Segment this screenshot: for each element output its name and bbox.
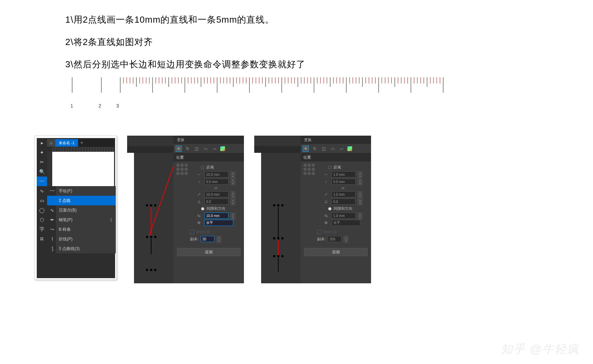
svg-rect-121 (273, 237, 275, 239)
transform-type-tabs: ✥ ↻ ◫ ▭ ▱ (174, 144, 244, 153)
flyout-item-polyline[interactable]: 折线(P) (47, 234, 116, 244)
gap-value-input[interactable]: 1.0 mm (332, 213, 356, 219)
spinner[interactable]: ▲▼ (358, 179, 362, 185)
copies-input[interactable]: 200 (328, 236, 342, 242)
rotate-tab-icon[interactable]: ↻ (184, 146, 191, 152)
flyout-item-three-point-curve[interactable]: 3 点曲线(3) (47, 244, 116, 253)
horizontal-ruler (52, 147, 114, 152)
add-tab-icon[interactable]: + (78, 139, 86, 147)
radio-distance[interactable]: 距离 (201, 165, 241, 170)
ruler-label-1: 1 (70, 103, 73, 109)
radio-gap-direction[interactable]: 间隙和方向 (201, 206, 241, 211)
watermark: 知乎 @牛轻疯 (501, 341, 579, 357)
freehand-tool-icon[interactable]: 〰 (37, 177, 47, 186)
h-distance-icon: ↔ (323, 172, 329, 177)
size-tab-icon[interactable]: ▭ (202, 146, 209, 152)
copies-input[interactable]: 20 (201, 236, 214, 242)
svg-rect-119 (281, 204, 283, 206)
cube-icon[interactable] (347, 146, 352, 151)
h-distance-input[interactable]: 1.0 mm (332, 171, 356, 178)
curve-tool-icon[interactable]: ∿ (37, 186, 47, 196)
v-distance-icon: ↕ (195, 179, 202, 184)
size-tab-icon[interactable]: ▭ (329, 146, 336, 152)
h-distance-icon: ↔ (195, 172, 202, 177)
angle-degree-input[interactable]: 0.0 (204, 198, 228, 205)
angle-deg-icon: ∠ (323, 199, 329, 204)
scale-tab-icon[interactable]: ◫ (321, 146, 327, 152)
relative-position-checkbox[interactable]: ✓相对位置 (190, 230, 241, 235)
apply-button[interactable]: 应用 (304, 248, 368, 256)
svg-rect-111 (146, 269, 148, 271)
svg-rect-108 (150, 236, 152, 238)
instruction-step-1: 1\用2点线画一条10mm的直线和一条5mm的直线。 (65, 14, 593, 26)
spinner[interactable]: ▲▼ (231, 179, 235, 185)
selected-long-line-artwork (136, 204, 163, 273)
spinner[interactable]: ▲▼ (358, 171, 362, 178)
spinner[interactable]: ▲▼ (358, 191, 362, 197)
position-tab-icon[interactable]: ✥ (176, 146, 182, 152)
skew-tab-icon[interactable]: ▱ (211, 146, 217, 152)
spinner[interactable]: ▲▼ (231, 198, 235, 205)
vertical-ruler (47, 152, 52, 186)
ruler-illustration (69, 76, 447, 96)
angle-length-input[interactable]: 10.0 mm (204, 191, 228, 197)
position-section-header: 位置 (301, 153, 371, 161)
ruler-label-3: 3 (116, 103, 119, 109)
v-distance-input[interactable]: 0.0 mm (332, 179, 356, 185)
spinner[interactable]: ▲▼ (344, 236, 348, 242)
canvas-area[interactable] (52, 152, 114, 186)
pick-tool-icon[interactable]: ▸ (37, 138, 47, 148)
home-tab-icon[interactable]: ⌂ (47, 139, 55, 147)
selected-short-line-artwork (263, 204, 290, 273)
transform-panel-long-line: 变换 ✥ ↻ ◫ ▭ ▱ 位置 距离 ↔10.0 mm▲▼ ↕0.0 mm▲▼ … (127, 136, 244, 283)
copies-label: 副本: (190, 237, 199, 242)
crop-tool-icon[interactable]: ✂ (37, 157, 47, 167)
spinner[interactable]: ▲▼ (216, 236, 221, 242)
ruler-strip (127, 146, 174, 153)
or-divider: or (191, 186, 241, 190)
spinner[interactable]: ▲▼ (231, 213, 235, 219)
ruler-label-2: 2 (99, 103, 101, 109)
relative-position-checkbox[interactable]: ✓相对位置 (317, 230, 368, 235)
v-distance-input[interactable]: 0.0 mm (204, 179, 228, 185)
direction-select[interactable]: 水平 (204, 220, 233, 226)
instructions-block: 1\用2点线画一条10mm的直线和一条5mm的直线。 2\将2条直线如图对齐 3… (0, 0, 593, 70)
scale-tab-icon[interactable]: ◫ (193, 146, 200, 152)
cube-icon[interactable] (220, 146, 225, 151)
h-distance-input[interactable]: 10.0 mm (204, 171, 228, 178)
position-tab-icon[interactable]: ✥ (303, 146, 309, 152)
flyout-item-freehand[interactable]: 手绘(F) (47, 186, 116, 196)
flyout-item-pen[interactable]: 钢笔(P)1 (47, 215, 116, 225)
flyout-item-bspline[interactable]: B 样条 (47, 225, 116, 234)
angle-length-input[interactable]: 1.0 mm (332, 191, 356, 197)
document-tab-bar: ⌂ 未命名 -1 + (47, 139, 114, 147)
flyout-item-bezier[interactable]: 贝塞尔(B) (47, 205, 116, 215)
svg-rect-127 (281, 255, 283, 257)
anchor-grid[interactable] (303, 163, 315, 227)
polygon-tool-icon[interactable]: ⬡ (37, 215, 47, 225)
spinner[interactable]: ▲▼ (231, 191, 235, 197)
spinner[interactable]: ▲▼ (358, 213, 362, 219)
skew-tab-icon[interactable]: ▱ (338, 146, 345, 152)
text-tool-icon[interactable]: 字 (37, 225, 47, 234)
copies-label: 副本: (317, 237, 326, 242)
rectangle-tool-icon[interactable]: ▭ (37, 196, 47, 205)
direction-select[interactable]: 水平 (332, 220, 360, 226)
document-tab[interactable]: 未命名 -1 (55, 139, 78, 147)
zoom-tool-icon[interactable]: 🔍 (37, 167, 47, 177)
svg-rect-112 (150, 269, 152, 271)
ellipse-tool-icon[interactable]: ◯ (37, 205, 47, 215)
angle-degree-input[interactable]: 0.0 (332, 198, 356, 205)
spinner[interactable]: ▲▼ (231, 171, 235, 178)
anchor-grid[interactable] (176, 163, 188, 227)
gap-value-input[interactable]: 10.0 mm (204, 213, 228, 219)
radio-distance[interactable]: 距离 (328, 165, 368, 170)
shape-tool-icon[interactable]: ✦ (37, 148, 47, 157)
radio-gap-direction[interactable]: 间隙和方向 (328, 206, 368, 211)
dimension-tool-icon[interactable]: R (37, 234, 47, 244)
apply-button[interactable]: 应用 (177, 248, 240, 256)
rotate-tab-icon[interactable]: ↻ (312, 146, 318, 152)
spinner[interactable]: ▲▼ (358, 198, 362, 205)
tool-flyout-panel: ▸ ✦ ✂ 🔍 〰 ∿ ▭ ◯ ⬡ 字 R ⌂ 未命名 -1 + (34, 136, 117, 280)
flyout-item-two-point-line[interactable]: 2 点线 (47, 196, 116, 205)
